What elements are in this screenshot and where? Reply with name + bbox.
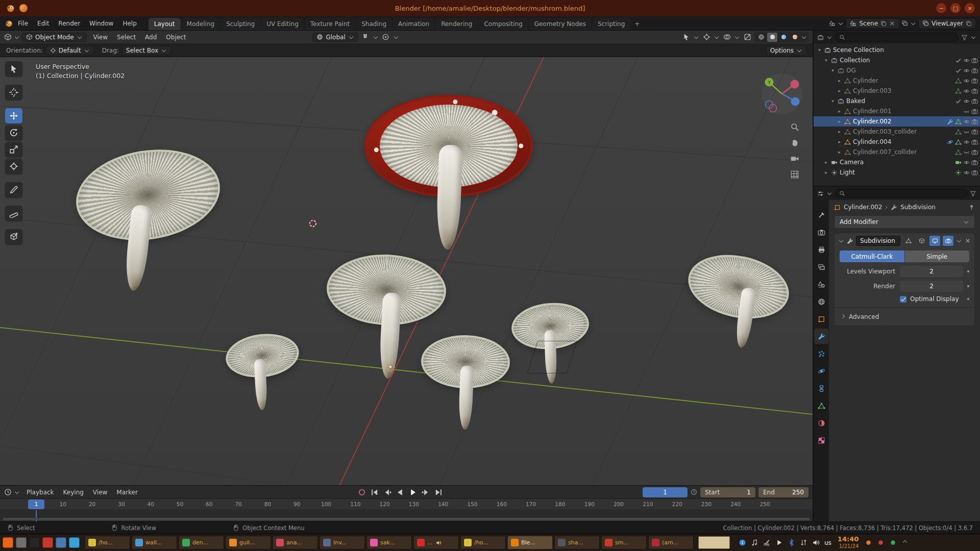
next-keyframe-button[interactable] [421,488,430,497]
outliner-row-collection[interactable]: ▾Collection [814,55,980,65]
outliner-search[interactable] [835,33,959,42]
eye-icon[interactable] [963,88,970,94]
advanced-section[interactable]: Advanced [840,311,969,320]
outliner-row-cylinder-003[interactable]: ▸Cylinder.003 [814,86,980,96]
pager[interactable] [16,537,27,548]
delete-scene-icon[interactable] [889,20,895,27]
camera-vis-icon[interactable] [971,67,978,74]
app-orange-icon[interactable] [865,539,872,546]
modifier-extras-icon[interactable] [957,238,961,242]
taskbar-window-sak[interactable]: sak... [366,536,412,549]
scene-selector[interactable]: Scene [846,18,899,29]
properties-tab-data[interactable] [814,398,828,413]
taskbar-window-ana[interactable]: ana... [273,536,318,549]
music-indicator-icon[interactable] [751,539,758,546]
timeline-scrollbar[interactable] [3,518,810,520]
clipboard-cut-icon[interactable] [763,539,771,546]
app-red-icon[interactable] [877,539,885,546]
gizmos-dropdown[interactable] [701,32,712,42]
blender-menu-icon[interactable] [4,19,13,28]
expand-toggle-icon[interactable]: ▾ [817,47,822,53]
outliner-row-cylinder-003-collider[interactable]: ▸Cylinder.003_collider [814,127,980,137]
outliner-row-cylinder-002[interactable]: ▸Cylinder.002 [814,116,980,127]
menu-view[interactable]: View [89,32,112,42]
outliner-row-cylinder[interactable]: ▸Cylinder [814,76,980,86]
add-cube-tool[interactable] [5,229,22,244]
xray-toggle[interactable] [742,32,753,42]
tray-expand-button[interactable] [902,539,908,546]
camera-vis-icon[interactable] [971,169,978,176]
expand-toggle-icon[interactable]: ▾ [830,68,836,73]
properties-editor-icon[interactable] [817,190,824,197]
outliner-row-scene-collection[interactable]: ▾Scene Collection [814,45,980,55]
outliner-editor-icon[interactable] [817,34,824,41]
jump-start-button[interactable] [370,488,379,497]
desktop-pager[interactable] [698,536,730,549]
taskbar-window-sha[interactable]: sha... [554,536,600,549]
overlays-dropdown[interactable] [721,32,732,42]
checkbox-icon[interactable] [955,67,962,74]
annotate-tool[interactable] [5,182,22,197]
start-frame-field[interactable]: Start 1 [700,487,755,497]
remove-modifier-icon[interactable] [965,238,971,244]
wrench-icon[interactable] [947,118,953,125]
outliner-row-light[interactable]: ▸Light [814,167,980,178]
mesh-tri-icon[interactable] [955,88,962,94]
menu-render[interactable]: Render [54,18,85,29]
menu-file[interactable]: File [13,18,33,29]
eye-closed-icon[interactable] [963,149,970,156]
menu-marker[interactable]: Marker [112,487,142,497]
tab-geometry-nodes[interactable]: Geometry Nodes [529,18,592,30]
menu-help[interactable]: Help [118,18,141,29]
menu-select[interactable]: Select [112,32,140,42]
info-indicator-icon[interactable] [739,539,746,546]
outliner-row-baked[interactable]: ▾Baked [814,96,980,106]
add-workspace-button[interactable]: + [631,18,643,30]
filter-icon[interactable] [961,34,968,41]
auto-key-icon[interactable] [691,489,697,495]
transform-tool[interactable] [5,159,22,174]
outliner-row-cylinder-004[interactable]: ▸Cylinder.004 [814,137,980,147]
expand-toggle-icon[interactable]: ▸ [823,170,829,175]
camera-vis-icon[interactable] [971,149,978,156]
eye-icon[interactable] [963,159,970,166]
snap-toggle[interactable] [360,32,371,42]
shading-wireframe-button[interactable] [756,33,766,42]
timeline-ruler[interactable]: 1 10203040506070809010011012013014015016… [0,499,813,510]
rotate-tool[interactable] [5,125,22,140]
browse-scene-icon[interactable] [829,20,836,27]
bluetooth-icon[interactable] [788,539,795,546]
checkbox-icon[interactable] [955,57,962,64]
select-box-tool[interactable] [5,61,22,77]
properties-tab-material[interactable] [814,415,828,431]
menu-object[interactable]: Object [161,32,190,42]
outliner-row-cylinder-001[interactable]: ▸Cylinder.001 [814,106,980,116]
taskbar-window-guil[interactable]: guil... [226,536,271,549]
3d-viewport[interactable]: User Perspective (1) Collection | Cylind… [0,57,813,485]
eye-icon[interactable] [963,98,970,105]
cursor-tool[interactable] [5,85,22,100]
measure-tool[interactable] [5,206,22,221]
minimize-button[interactable]: − [936,3,946,13]
mode-dropdown[interactable]: Object Mode [22,33,87,42]
camera-vis-icon[interactable] [971,88,978,94]
media-play-icon[interactable] [775,539,783,546]
menu-add[interactable]: Add [140,32,161,42]
outliner-row-cylinder-007-collider[interactable]: ▸Cylinder.007_collider [814,147,980,157]
drag-dropdown[interactable]: Select Box [122,46,171,55]
add-modifier-button[interactable]: Add Modifier [834,215,975,229]
properties-tab-texture[interactable] [814,433,828,448]
properties-tab-constraints[interactable] [814,381,828,396]
network-icon[interactable] [800,539,807,546]
expand-toggle-icon[interactable]: ▾ [830,98,836,104]
checkbox-icon[interactable] [955,98,962,105]
clock[interactable]: 14:40 1/21/24 [838,536,859,549]
shading-material-button[interactable] [778,33,789,42]
expand-toggle-icon[interactable]: ▸ [837,88,842,93]
eye-closed-icon[interactable] [963,108,970,115]
menu-edit[interactable]: Edit [33,18,54,29]
outliner-search-input[interactable] [848,34,954,41]
eye-icon[interactable] [963,57,970,64]
playhead[interactable]: 1 [28,499,44,509]
catmull-clark-button[interactable]: Catmull-Clark [840,251,904,262]
